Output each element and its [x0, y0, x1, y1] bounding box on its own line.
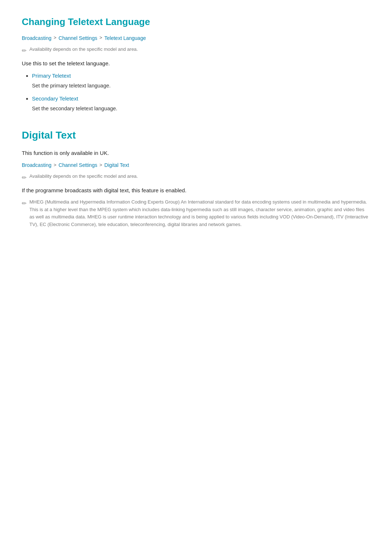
breadcrumb-sep2-2: >	[99, 161, 102, 169]
section-teletext-language: Changing Teletext Language Broadcasting …	[22, 15, 370, 113]
secondary-teletext-desc: Set the secondary teletext language.	[32, 104, 370, 113]
note-text-mheg: MHEG (Multimedia and Hypermedia Informat…	[29, 198, 370, 229]
section2-intro: This function is only available in UK.	[22, 149, 370, 157]
section2-title: Digital Text	[22, 127, 370, 144]
note-block-2: ✏ Availability depends on the specific m…	[22, 173, 370, 182]
pencil-icon-3: ✏	[22, 199, 26, 208]
breadcrumb-channel-settings-1[interactable]: Channel Settings	[58, 34, 97, 42]
list-item-primary-teletext: Primary Teletext Set the primary teletex…	[32, 71, 370, 90]
section1-intro: Use this to set the teletext language.	[22, 59, 370, 68]
secondary-teletext-link[interactable]: Secondary Teletext	[32, 95, 78, 102]
breadcrumb-teletext-language[interactable]: Teletext Language	[105, 34, 146, 42]
note-block-mheg: ✏ MHEG (Multimedia and Hypermedia Inform…	[22, 198, 370, 229]
breadcrumb-sep1-2: >	[54, 161, 57, 169]
section2-body-text: If the programme broadcasts with digital…	[22, 186, 370, 195]
pencil-icon-1: ✏	[22, 46, 26, 56]
breadcrumb-2: Broadcasting > Channel Settings > Digita…	[22, 161, 370, 169]
breadcrumb-1: Broadcasting > Channel Settings > Telete…	[22, 34, 370, 42]
teletext-bullet-list: Primary Teletext Set the primary teletex…	[32, 71, 370, 113]
primary-teletext-desc: Set the primary teletext language.	[32, 82, 370, 90]
note-text-1: Availability depends on the specific mod…	[29, 46, 138, 53]
breadcrumb-sep2-1: >	[99, 34, 102, 42]
breadcrumb-broadcasting-2[interactable]: Broadcasting	[22, 161, 52, 169]
note-block-1: ✏ Availability depends on the specific m…	[22, 46, 370, 56]
section-digital-text: Digital Text This function is only avail…	[22, 127, 370, 229]
breadcrumb-channel-settings-2[interactable]: Channel Settings	[58, 161, 97, 169]
primary-teletext-link[interactable]: Primary Teletext	[32, 73, 71, 79]
section1-title: Changing Teletext Language	[22, 15, 370, 30]
breadcrumb-sep1-1: >	[54, 34, 57, 42]
breadcrumb-digital-text[interactable]: Digital Text	[105, 161, 129, 169]
pencil-icon-2: ✏	[22, 173, 26, 182]
breadcrumb-broadcasting-1[interactable]: Broadcasting	[22, 34, 52, 42]
note-text-2: Availability depends on the specific mod…	[29, 173, 138, 180]
list-item-secondary-teletext: Secondary Teletext Set the secondary tel…	[32, 94, 370, 113]
